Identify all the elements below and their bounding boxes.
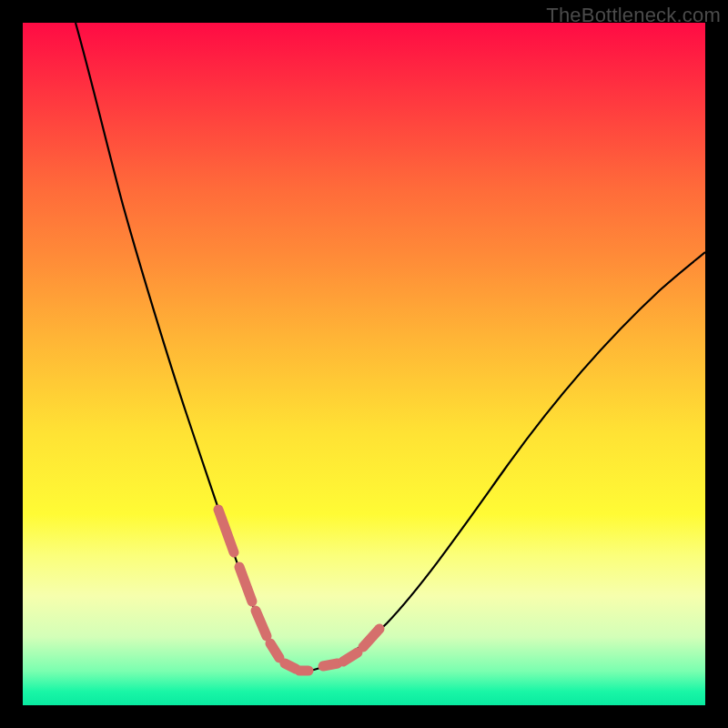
- curve-layer: [23, 23, 705, 705]
- svg-line-8: [363, 629, 379, 647]
- svg-line-6: [323, 663, 338, 666]
- svg-line-0: [218, 510, 234, 552]
- right-pink-highlight: [323, 629, 379, 666]
- bottleneck-curve: [76, 23, 705, 671]
- svg-line-4: [285, 663, 296, 669]
- svg-line-7: [343, 652, 358, 662]
- svg-line-2: [256, 611, 267, 636]
- svg-line-1: [239, 567, 252, 602]
- watermark-text: TheBottleneck.com: [546, 4, 721, 27]
- plot-area: [23, 23, 705, 705]
- chart-stage: TheBottleneck.com: [0, 0, 728, 728]
- svg-line-3: [270, 643, 279, 658]
- left-pink-highlight: [218, 510, 308, 671]
